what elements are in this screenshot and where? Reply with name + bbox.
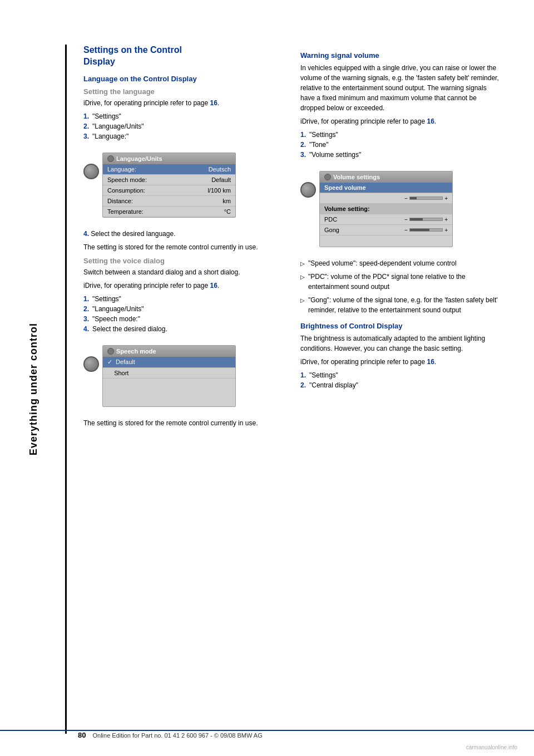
speech-row-short: Short (103, 368, 235, 379)
step4-text: 4. Select the desired language. (83, 229, 284, 239)
watermark: carmanualonline.info (466, 744, 517, 750)
section-warning: Warning signal volume (300, 51, 501, 60)
speech-screen-titlebar: Speech mode (103, 346, 235, 357)
screen-row-temperature: Temperature: °C (103, 207, 235, 217)
gong-volume-bar (409, 228, 443, 232)
language-steps-list: 1. "Settings" 2. "Language/Units" 3. "La… (83, 111, 284, 141)
section-brightness: Brightness of Control Display (300, 322, 501, 330)
page-footer: 80 Online Edition for Part no. 01 41 2 6… (0, 730, 534, 739)
brightness-steps-list: 1. "Settings" 2. "Central display" (300, 370, 501, 390)
voice-step-4: 4. Select the desired dialog. (83, 324, 284, 334)
language-screen-wrapper: Language/Units Language: Deutsch Speech … (83, 147, 284, 223)
idrive-ref-1: iDrive, for operating principle refer to… (83, 98, 284, 108)
brightness-step-2: 2. "Central display" (300, 380, 501, 390)
idrive-ref-2: iDrive, for operating principle refer to… (83, 281, 284, 291)
screen-row-distance: Distance: km (103, 196, 235, 207)
volume-row-speed-slider: − + (320, 193, 452, 204)
page-link-1[interactable]: 16 (210, 99, 217, 107)
page-container: Everything under control Settings on the… (0, 0, 534, 756)
section-title-settings: Settings on the Control Display (83, 45, 284, 68)
idrive-knob-3 (300, 182, 316, 198)
pdc-volume-bar (409, 218, 443, 221)
sidebar-line (65, 45, 67, 734)
volume-row-setting-label: Volume setting: (320, 204, 452, 214)
voice-step-2: 2. "Language/Units" (83, 304, 284, 314)
screen-icon (107, 155, 114, 162)
idrive-knob-2 (83, 356, 99, 372)
left-column: Settings on the Control Display Language… (83, 45, 284, 734)
warning-steps-list: 1. "Settings" 2. "Tone" 3. "Volume setti… (300, 130, 501, 160)
volume-screen-padding (320, 235, 452, 247)
page-link-4[interactable]: 16 (427, 358, 434, 366)
subsection-voice: Setting the voice dialog (83, 257, 284, 265)
volume-row-gong: Gong − + (320, 225, 452, 235)
footer-text: Online Edition for Part no. 01 41 2 600 … (92, 732, 262, 739)
voice-steps-list: 1. "Settings" 2. "Language/Units" 3. "Sp… (83, 294, 284, 334)
screen-row-speech: Speech mode: Default (103, 175, 235, 185)
right-column: Warning signal volume In vehicles equipp… (300, 45, 501, 734)
language-step-1: 1. "Settings" (83, 111, 284, 121)
volume-bullets-list: "Speed volume": speed-dependent volume c… (300, 258, 501, 315)
volume-row-pdc: PDC − + (320, 214, 452, 225)
idrive-ref-3: iDrive, for operating principle refer to… (300, 116, 501, 126)
speech-row-default: ✓ Default (103, 357, 235, 368)
volume-screen-icon (324, 174, 331, 180)
volume-screen-titlebar: Volume settings (320, 171, 452, 183)
volume-screen-wrapper: Volume settings Speed volume − (300, 165, 501, 253)
volume-bullet-3: "Gong": volume of the signal tone, e.g. … (300, 295, 501, 315)
volume-row-speed-header: Speed volume (320, 183, 452, 193)
language-screen-body: Language: Deutsch Speech mode: Default C… (103, 164, 235, 217)
language-step-2: 2. "Language/Units" (83, 121, 284, 131)
page-link-2[interactable]: 16 (210, 282, 217, 289)
volume-screen: Volume settings Speed volume − (319, 171, 453, 247)
brightness-step-1: 1. "Settings" (300, 370, 501, 380)
volume-bullet-1: "Speed volume": speed-dependent volume c… (300, 258, 501, 268)
sub-setting-language: Setting the language (83, 87, 284, 96)
idrive-ref-4: iDrive, for operating principle refer to… (300, 357, 501, 367)
speed-volume-bar (409, 197, 443, 200)
volume-bullet-2: "PDC": volume of the PDC* signal tone re… (300, 272, 501, 292)
page-number: 80 (78, 731, 86, 739)
speech-screen-body: ✓ Default Short (103, 357, 235, 406)
speech-screen-wrapper: Speech mode ✓ Default Short (83, 340, 284, 413)
warning-step-2: 2. "Tone" (300, 140, 501, 150)
speech-screen: Speech mode ✓ Default Short (102, 345, 236, 407)
screen-row-consumption: Consumption: l/100 km (103, 185, 235, 196)
language-screen-titlebar: Language/Units (103, 153, 235, 164)
main-content: Settings on the Control Display Language… (67, 45, 534, 734)
sidebar-text: Everything under control (28, 323, 39, 455)
warning-step-3: 3. "Volume settings" (300, 150, 501, 160)
subsection-language: Language on the Control Display (83, 75, 284, 83)
setting-stored-1: The setting is stored for the remote con… (83, 242, 284, 252)
warning-intro: In vehicles equipped with a single drive… (300, 63, 501, 113)
voice-step-1: 1. "Settings" (83, 294, 284, 304)
page-link-3[interactable]: 16 (427, 117, 434, 125)
voice-step-3: 3. "Speech mode:" (83, 314, 284, 324)
volume-screen-body: Speed volume − + (320, 183, 452, 247)
speech-screen-empty (103, 379, 235, 406)
speech-screen-icon (107, 348, 114, 355)
idrive-knob-1 (83, 164, 99, 179)
brightness-intro: The brightness is automatically adapted … (300, 333, 501, 354)
screen-row-language: Language: Deutsch (103, 164, 235, 175)
language-step-3: 3. "Language:" (83, 131, 284, 141)
sidebar: Everything under control (0, 45, 67, 734)
voice-intro: Switch between a standard dialog and a s… (83, 267, 284, 277)
setting-stored-2: The setting is stored for the remote con… (83, 418, 284, 428)
warning-step-1: 1. "Settings" (300, 130, 501, 140)
language-screen: Language/Units Language: Deutsch Speech … (102, 153, 236, 218)
